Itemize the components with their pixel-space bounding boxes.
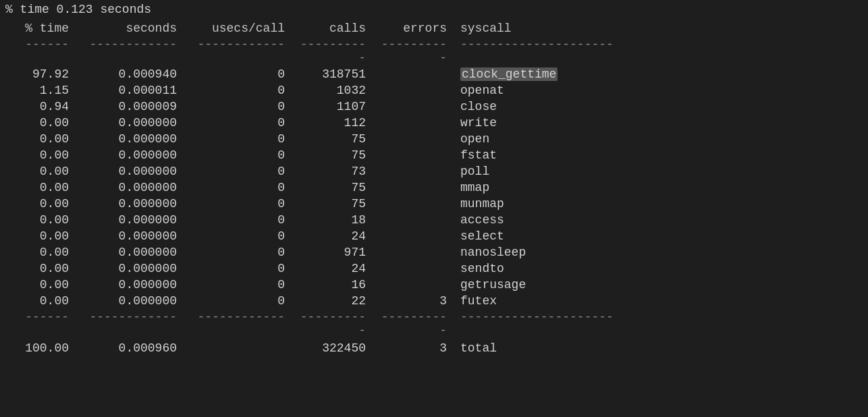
div-ptime: ------ — [5, 38, 80, 65]
row-ptime: 0.00 — [5, 165, 80, 178]
row-usecs: 0 — [188, 84, 296, 97]
row-calls: 73 — [296, 165, 377, 178]
row-calls: 75 — [296, 132, 377, 146]
row-seconds: 0.000000 — [80, 116, 188, 130]
row-seconds: 0.000011 — [80, 84, 188, 97]
row-calls: 24 — [296, 262, 377, 275]
row-calls: 75 — [296, 197, 377, 211]
row-seconds: 0.000940 — [80, 67, 188, 81]
total-usecs — [188, 341, 296, 355]
row-usecs: 0 — [188, 181, 296, 194]
row-syscall: munmap — [458, 197, 863, 211]
table-row: 0.00 0.000000 0 75 mmap — [5, 179, 863, 196]
header-syscall: syscall — [458, 22, 863, 35]
row-usecs: 0 — [188, 246, 296, 259]
tdiv-seconds: ------------ — [80, 310, 188, 337]
row-ptime: 0.94 — [5, 100, 80, 113]
row-ptime: 0.00 — [5, 278, 80, 291]
div-calls: ---------- — [296, 38, 377, 65]
row-seconds: 0.000000 — [80, 165, 188, 178]
table-row: 0.00 0.000000 0 75 fstat — [5, 147, 863, 163]
row-usecs: 0 — [188, 294, 296, 308]
row-syscall: getrusage — [458, 278, 863, 291]
row-ptime: 0.00 — [5, 132, 80, 146]
row-usecs: 0 — [188, 213, 296, 227]
row-syscall: openat — [458, 84, 863, 97]
total-errors: 3 — [377, 341, 458, 355]
row-errors — [377, 165, 458, 178]
row-usecs: 0 — [188, 278, 296, 291]
row-ptime: 0.00 — [5, 116, 80, 130]
table-row: 1.15 0.000011 0 1032 openat — [5, 82, 863, 99]
row-seconds: 0.000000 — [80, 213, 188, 227]
row-syscall: select — [458, 229, 863, 243]
row-syscall: sendto — [458, 262, 863, 275]
row-syscall: poll — [458, 165, 863, 178]
syscall-name: getrusage — [460, 278, 526, 291]
row-syscall: open — [458, 132, 863, 146]
row-errors — [377, 229, 458, 243]
total-calls: 322450 — [296, 341, 377, 355]
syscall-name: write — [460, 116, 497, 130]
row-errors — [377, 116, 458, 130]
row-seconds: 0.000000 — [80, 148, 188, 162]
top-label: % time 0.123 seconds — [5, 0, 863, 18]
row-syscall: clock_gettime — [458, 67, 863, 81]
row-errors — [377, 84, 458, 97]
tdiv-usecs: ------------ — [188, 310, 296, 337]
row-calls: 318751 — [296, 67, 377, 81]
syscall-name: select — [460, 229, 504, 243]
row-syscall: write — [458, 116, 863, 130]
total-seconds: 0.000960 — [80, 341, 188, 355]
tdiv-errors: ---------- — [377, 310, 458, 337]
tdiv-syscall: --------------------- — [458, 310, 863, 337]
header-usecs: usecs/call — [188, 22, 296, 35]
row-ptime: 0.00 — [5, 213, 80, 227]
row-ptime: 0.00 — [5, 148, 80, 162]
total-row: 100.00 0.000960 322450 3 total — [5, 339, 863, 358]
row-usecs: 0 — [188, 116, 296, 130]
row-errors — [377, 132, 458, 146]
row-usecs: 0 — [188, 148, 296, 162]
row-errors — [377, 246, 458, 259]
row-calls: 75 — [296, 148, 377, 162]
table-row: 0.00 0.000000 0 18 access — [5, 212, 863, 228]
row-calls: 24 — [296, 229, 377, 243]
syscall-name: close — [460, 100, 497, 113]
row-syscall: futex — [458, 294, 863, 308]
row-usecs: 0 — [188, 100, 296, 113]
row-ptime: 97.92 — [5, 67, 80, 81]
row-errors — [377, 148, 458, 162]
row-usecs: 0 — [188, 67, 296, 81]
syscall-name: poll — [460, 165, 489, 178]
row-calls: 22 — [296, 294, 377, 308]
row-seconds: 0.000000 — [80, 278, 188, 291]
table-row: 0.94 0.000009 0 1107 close — [5, 99, 863, 115]
row-usecs: 0 — [188, 165, 296, 178]
table-row: 97.92 0.000940 0 318751 clock_gettime — [5, 66, 863, 82]
row-syscall: mmap — [458, 181, 863, 194]
row-seconds: 0.000000 — [80, 229, 188, 243]
row-errors — [377, 197, 458, 211]
table-row: 0.00 0.000000 0 22 3 futex — [5, 293, 863, 309]
row-usecs: 0 — [188, 132, 296, 146]
row-errors — [377, 262, 458, 275]
header-ptime: % time — [5, 22, 80, 35]
row-usecs: 0 — [188, 197, 296, 211]
row-seconds: 0.000000 — [80, 294, 188, 308]
div-errors: ---------- — [377, 38, 458, 65]
row-syscall: nanosleep — [458, 246, 863, 259]
row-calls: 16 — [296, 278, 377, 291]
row-usecs: 0 — [188, 229, 296, 243]
row-errors — [377, 213, 458, 227]
syscall-name: access — [460, 213, 504, 227]
div-usecs: ------------ — [188, 38, 296, 65]
table-row: 0.00 0.000000 0 112 write — [5, 115, 863, 131]
terminal: % time 0.123 seconds % time seconds usec… — [0, 0, 868, 417]
row-syscall: access — [458, 213, 863, 227]
syscall-name: sendto — [460, 262, 504, 275]
row-calls: 1032 — [296, 84, 377, 97]
row-errors: 3 — [377, 294, 458, 308]
table-row: 0.00 0.000000 0 24 sendto — [5, 260, 863, 277]
row-usecs: 0 — [188, 262, 296, 275]
